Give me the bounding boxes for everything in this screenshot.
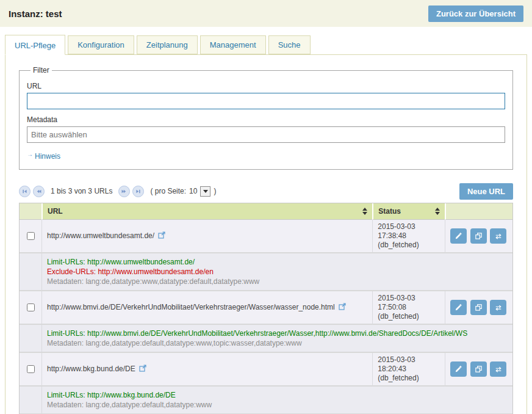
metadata-label: Metadaten: bbox=[47, 401, 84, 409]
sort-status-button[interactable] bbox=[435, 208, 440, 215]
external-link-icon[interactable] bbox=[139, 365, 146, 374]
swap-arrows-icon bbox=[494, 233, 503, 240]
filter-legend: Filter bbox=[31, 66, 52, 74]
recrawl-url-button[interactable] bbox=[490, 361, 506, 377]
url-column-label: URL bbox=[48, 207, 63, 216]
copy-icon bbox=[475, 303, 483, 311]
metadata-filter-input[interactable] bbox=[27, 126, 505, 143]
metadata-value: lang:de,datatype:default,datatype:www,to… bbox=[85, 339, 301, 347]
url-table: URL Status http://www.umweltbundesamt.de… bbox=[19, 203, 513, 414]
per-page-prefix: ( pro Seite: bbox=[150, 187, 186, 195]
pencil-icon bbox=[455, 303, 462, 311]
recrawl-url-button[interactable] bbox=[490, 300, 506, 315]
external-link-icon[interactable] bbox=[339, 303, 346, 312]
table-meta-row: Limit-URLs: http://www.umweltbundesamt.d… bbox=[20, 253, 512, 291]
metadata-filter-label: Metadata bbox=[27, 115, 505, 124]
chevron-down-icon bbox=[203, 190, 208, 193]
status-state: (db_fetched) bbox=[378, 241, 440, 250]
pagination-status: 1 bis 3 von 3 URLs bbox=[51, 187, 112, 195]
per-page-select[interactable] bbox=[200, 186, 210, 197]
last-page-button[interactable] bbox=[132, 186, 144, 197]
tab-bar: URL-Pflege Konfiguration Zeitplanung Man… bbox=[5, 35, 532, 54]
table-meta-row: Limit-URLs: http://www.bkg.bund.de/DE Me… bbox=[20, 387, 512, 414]
header-bar: Instanz: test Zurück zur Übersicht bbox=[0, 0, 532, 27]
status-timestamp: 2015-03-03 17:50:08 bbox=[378, 294, 440, 312]
pagination: 1 bis 3 von 3 URLs ( pro Seite: 10 ) bbox=[19, 186, 216, 197]
table-meta-row: Limit-URLs: http://www.bmvi.de/DE/Verkeh… bbox=[20, 325, 512, 353]
copy-url-button[interactable] bbox=[470, 228, 487, 244]
metadata-label: Metadaten: bbox=[47, 339, 84, 347]
tab-url-pflege[interactable]: URL-Pflege bbox=[5, 35, 65, 55]
tab-zeitplanung[interactable]: Zeitplanung bbox=[137, 35, 198, 54]
exclude-urls-value: http://www.umweltbundesamt.de/en bbox=[98, 267, 213, 276]
row-url: http://www.umweltbundesamt.de/ bbox=[47, 231, 154, 240]
status-timestamp: 2015-03-03 18:20:43 bbox=[378, 355, 440, 374]
url-filter-label: URL bbox=[27, 82, 505, 90]
actions-column-header bbox=[445, 203, 512, 220]
metadata-label: Metadaten: bbox=[47, 277, 84, 286]
metadata-value: lang:de,datatype:default,datatype:www bbox=[85, 401, 212, 409]
status-column-label: Status bbox=[378, 207, 401, 216]
new-url-button[interactable]: Neue URL bbox=[459, 183, 513, 200]
filter-fieldset: Filter URL Metadata →Hinweis bbox=[19, 66, 513, 170]
next-page-icon bbox=[121, 188, 128, 195]
previous-page-button[interactable] bbox=[33, 186, 45, 197]
table-row: http://www.bkg.bund.de/DE 2015-03-03 18:… bbox=[20, 353, 512, 387]
status-column-header: Status bbox=[372, 203, 445, 220]
row-checkbox[interactable] bbox=[27, 365, 35, 373]
limit-urls-label: Limit-URLs: bbox=[47, 258, 85, 266]
sort-url-button[interactable] bbox=[362, 208, 367, 215]
status-timestamp: 2015-03-03 17:38:48 bbox=[378, 222, 440, 241]
table-header-row: URL Status bbox=[20, 203, 512, 220]
next-page-button[interactable] bbox=[118, 186, 130, 197]
hinweis-link-label: Hinweis bbox=[35, 152, 60, 161]
tab-suche[interactable]: Suche bbox=[268, 35, 311, 54]
list-toolbar: 1 bis 3 von 3 URLs ( pro Seite: 10 ) Neu… bbox=[19, 182, 513, 200]
first-page-button[interactable] bbox=[19, 186, 31, 197]
row-url: http://www.bmvi.de/DE/VerkehrUndMobilita… bbox=[47, 303, 335, 311]
per-page-value: 10 bbox=[189, 187, 197, 195]
exclude-urls-label: Exclude-URLs: bbox=[47, 267, 96, 276]
recrawl-url-button[interactable] bbox=[490, 228, 506, 244]
external-link-icon[interactable] bbox=[158, 232, 165, 241]
main-panel: Filter URL Metadata →Hinweis 1 bis 3 von… bbox=[5, 54, 527, 414]
copy-icon bbox=[475, 365, 483, 373]
swap-arrows-icon bbox=[494, 366, 503, 373]
page-title: Instanz: test bbox=[9, 9, 62, 19]
row-checkbox[interactable] bbox=[27, 232, 35, 240]
tab-management[interactable]: Management bbox=[200, 35, 266, 54]
checkbox-column-header bbox=[20, 203, 41, 220]
table-row: http://www.umweltbundesamt.de/ 2015-03-0… bbox=[20, 220, 512, 253]
arrow-icon: → bbox=[27, 151, 33, 158]
copy-url-button[interactable] bbox=[470, 361, 487, 377]
last-page-icon bbox=[135, 188, 142, 195]
status-state: (db_fetched) bbox=[378, 312, 440, 321]
copy-url-button[interactable] bbox=[470, 300, 487, 315]
per-page-suffix: ) bbox=[214, 187, 216, 195]
hinweis-link[interactable]: →Hinweis bbox=[27, 151, 60, 161]
first-page-icon bbox=[21, 188, 28, 195]
limit-urls-value: http://www.bmvi.de/DE/VerkehrUndMobilita… bbox=[87, 329, 467, 338]
row-url: http://www.bkg.bund.de/DE bbox=[47, 365, 135, 373]
previous-page-icon bbox=[35, 188, 42, 195]
limit-urls-value: http://www.umweltbundesamt.de/ bbox=[87, 258, 195, 266]
status-state: (db_fetched) bbox=[378, 374, 440, 383]
copy-icon bbox=[475, 232, 483, 240]
pencil-icon bbox=[455, 232, 462, 240]
edit-url-button[interactable] bbox=[450, 361, 467, 377]
edit-url-button[interactable] bbox=[450, 300, 467, 315]
pencil-icon bbox=[455, 365, 462, 373]
tab-konfiguration[interactable]: Konfiguration bbox=[68, 35, 134, 54]
table-row: http://www.bmvi.de/DE/VerkehrUndMobilita… bbox=[20, 291, 512, 325]
url-filter-input[interactable] bbox=[27, 93, 505, 109]
edit-url-button[interactable] bbox=[450, 228, 467, 244]
url-column-header: URL bbox=[41, 203, 372, 220]
limit-urls-label: Limit-URLs: bbox=[47, 329, 85, 338]
limit-urls-value: http://www.bkg.bund.de/DE bbox=[87, 391, 176, 399]
row-checkbox[interactable] bbox=[27, 303, 35, 311]
metadata-value: lang:de,datatype:www,datatype:default,da… bbox=[85, 277, 259, 286]
limit-urls-label: Limit-URLs: bbox=[47, 391, 85, 399]
swap-arrows-icon bbox=[494, 304, 503, 311]
back-to-overview-button[interactable]: Zurück zur Übersicht bbox=[428, 5, 523, 22]
